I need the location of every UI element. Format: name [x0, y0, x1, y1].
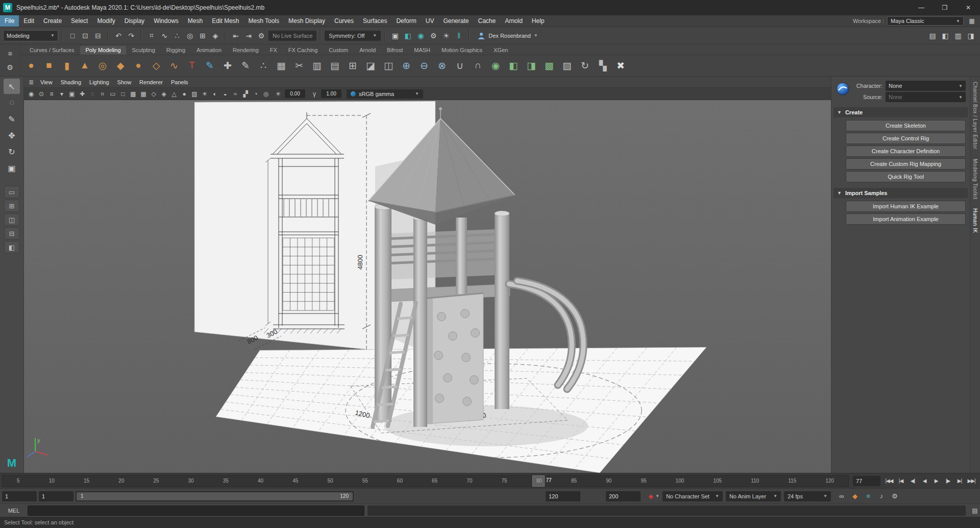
select-tool-icon[interactable]: ↖ [4, 79, 20, 94]
time-slider[interactable]: 77 5101520253035404550556065707580859095… [2, 475, 849, 487]
multi-cut-icon[interactable]: ✂ [290, 57, 308, 74]
shelf-tab[interactable]: Sculpting [127, 46, 160, 55]
current-frame-field[interactable]: 77 [853, 476, 880, 486]
wireframe-icon[interactable]: △ [169, 89, 179, 99]
gamma-field[interactable]: 1.00 [321, 89, 341, 98]
bookmarks-icon[interactable]: ▾ [57, 89, 67, 99]
speaker-icon[interactable]: ♪ [876, 491, 887, 502]
light-editor-icon[interactable]: ☀ [440, 30, 452, 42]
safe-action-icon[interactable]: ◇ [149, 89, 159, 99]
viewport-menu-item[interactable]: Panels [167, 79, 192, 85]
svg-tool-icon[interactable]: ✎ [201, 57, 218, 74]
shelf-tab[interactable]: Poly Modeling [80, 46, 126, 55]
shelf-tab[interactable]: Rigging [161, 46, 190, 55]
camera-attributes-icon[interactable]: ≡ [46, 89, 57, 99]
shelf-tab[interactable]: MASH [409, 46, 435, 55]
live-surface-field[interactable]: No Live Surface [268, 31, 316, 41]
shelf-tab[interactable]: FX Caching [283, 46, 323, 55]
undo-icon[interactable]: ↶ [112, 30, 125, 42]
checkerboard-icon[interactable]: ▚ [594, 57, 611, 74]
playback-start-field[interactable]: 1 [39, 491, 74, 501]
type-tool-icon[interactable]: T [183, 57, 201, 74]
time-tick[interactable]: 25 [153, 478, 159, 484]
multi-component-icon[interactable]: ✖ [612, 57, 629, 74]
redo-icon[interactable]: ↷ [125, 30, 137, 42]
sidebar-tab[interactable]: Human IK [972, 208, 978, 233]
shelf-tab[interactable]: XGen [488, 46, 513, 55]
menu-item[interactable]: Arnold [500, 15, 527, 27]
animation-end-field[interactable]: 200 [606, 491, 641, 501]
persp-outliner-layout-icon[interactable]: ◫ [4, 213, 19, 226]
field-chart-icon[interactable]: ▦ [138, 89, 149, 99]
textured-icon[interactable]: ▧ [189, 89, 200, 99]
quick-rig-tool-button[interactable]: Quick Rig Tool [846, 171, 966, 182]
menu-item[interactable]: Windows [149, 15, 183, 27]
time-tick[interactable]: 115 [788, 478, 796, 484]
hypershade-persp-layout-icon[interactable]: ◧ [4, 241, 19, 253]
snap-to-curve-icon[interactable]: ∿ [158, 30, 170, 42]
time-tick[interactable]: 55 [362, 478, 368, 484]
shaded-icon[interactable]: ● [179, 89, 189, 99]
xray-icon[interactable]: ◔ [251, 89, 261, 99]
time-tick[interactable]: 40 [258, 478, 263, 484]
resolution-gate-icon[interactable]: □ [118, 89, 128, 99]
menu-item[interactable]: Curves [330, 15, 358, 27]
minimize-button[interactable]: — [910, 0, 933, 15]
time-tick[interactable]: 70 [467, 478, 472, 484]
workspace-select[interactable]: Maya Classic ▼ [887, 16, 964, 26]
gate-mask-icon[interactable]: ▩ [128, 89, 138, 99]
tool-settings-toggle-icon[interactable]: ◧ [939, 30, 951, 42]
shadows-icon[interactable]: ◐ [210, 89, 220, 99]
time-tick[interactable]: 60 [397, 478, 403, 484]
exposure-field[interactable]: 0.00 [285, 89, 305, 98]
retopologize-icon[interactable]: ▩ [541, 57, 558, 74]
create-character-definition-button[interactable]: Create Character Definition [846, 146, 966, 157]
time-tick[interactable]: 100 [676, 478, 684, 484]
symmetrize-icon[interactable]: ◨ [523, 57, 540, 74]
save-scene-icon[interactable]: ⊟ [92, 30, 104, 42]
construction-history-icon[interactable]: ⚙ [255, 30, 267, 42]
lock-camera-icon[interactable]: ⊙ [36, 89, 46, 99]
sidebar-tab[interactable]: Modeling Toolkit [972, 159, 978, 200]
time-tick[interactable]: 5 [17, 478, 20, 484]
cached-playback-icon[interactable]: ≡ [863, 491, 874, 502]
menu-item[interactable]: Generate [438, 15, 473, 27]
rotate-tool-icon[interactable]: ↻ [4, 144, 20, 159]
script-editor-icon[interactable]: ▤ [970, 506, 980, 516]
create-control-rig-button[interactable]: Create Control Rig [846, 133, 966, 144]
extrude-icon[interactable]: ⊞ [344, 57, 361, 74]
poly-helix-icon[interactable]: ∿ [165, 57, 183, 74]
go-to-start-button[interactable]: |◀◀ [884, 475, 895, 487]
time-tick[interactable]: 85 [571, 478, 577, 484]
time-tick[interactable]: 80 [536, 478, 542, 484]
menu-item[interactable]: Help [527, 15, 549, 27]
time-tick[interactable]: 105 [713, 478, 722, 484]
output-connections-icon[interactable]: ⇥ [242, 30, 255, 42]
time-tick[interactable]: 65 [432, 478, 437, 484]
play-forwards-button[interactable]: ▶ [930, 475, 942, 487]
mel-toggle-button[interactable]: MEL [0, 508, 28, 514]
animation-start-field[interactable]: 1 [2, 491, 37, 501]
make-live-icon[interactable]: ◈ [209, 30, 222, 42]
menu-item[interactable]: Edit Mesh [207, 15, 243, 27]
poly-cube-icon[interactable]: ■ [40, 57, 58, 74]
viewport-menu-item[interactable]: Renderer [135, 79, 167, 85]
use-all-lights-icon[interactable]: ☀ [200, 89, 210, 99]
channel-box-toggle-icon[interactable]: ▥ [952, 30, 964, 42]
lasso-select-tool-icon[interactable]: ◌ [4, 95, 20, 110]
boolean-difference-icon[interactable]: ⊖ [415, 57, 433, 74]
boolean-union-icon[interactable]: ⊕ [398, 57, 415, 74]
poly-plane-icon[interactable]: ◆ [112, 57, 129, 74]
menu-item[interactable]: UV [421, 15, 439, 27]
poly-sphere-icon[interactable]: ● [22, 57, 40, 74]
shelf-tab[interactable]: FX [265, 46, 282, 55]
menu-item[interactable]: Surfaces [358, 15, 391, 27]
anim-layer-select[interactable]: No Anim Layer ▼ [726, 491, 781, 501]
two-pane-stacked-layout-icon[interactable]: ⊟ [4, 227, 19, 239]
menu-item[interactable]: File [0, 15, 19, 27]
anti-aliasing-icon[interactable]: ▞ [240, 89, 251, 99]
range-slider-handle[interactable]: 1 120 [77, 492, 353, 500]
reduce-icon[interactable]: ▨ [558, 57, 576, 74]
snap-to-grid-icon[interactable]: ⌗ [145, 30, 158, 42]
playback-loop-icon[interactable]: ∞ [836, 491, 847, 502]
